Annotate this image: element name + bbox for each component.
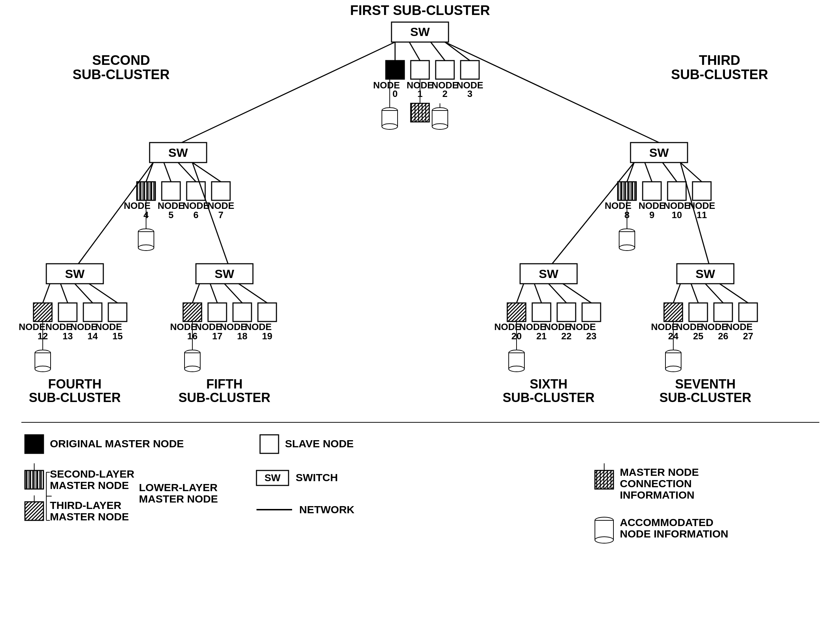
legend-master-conn-label-1: MASTER NODE [620, 466, 699, 478]
legend-second-layer-label-2: MASTER NODE [50, 479, 129, 491]
legend-third-layer-label-1: THIRD-LAYER [50, 499, 122, 511]
legend-accommodated-label-1: ACCOMMODATED [620, 516, 714, 528]
svg-line-58 [239, 284, 267, 303]
node-18-box [233, 303, 251, 321]
legend-master-conn-label-2: CONNECTION [620, 478, 692, 489]
svg-line-25 [182, 42, 395, 142]
node-3-num: 3 [467, 89, 472, 99]
legend-third-layer-icon [25, 502, 43, 520]
sw-first-label: SW [411, 25, 430, 38]
node-13-box [58, 303, 77, 321]
node-conn-first [411, 103, 429, 122]
svg-line-15 [445, 42, 470, 60]
svg-point-43 [619, 245, 635, 251]
svg-line-56 [210, 284, 217, 303]
svg-line-74 [720, 284, 748, 303]
sw-fifth-label: SW [215, 267, 235, 280]
node-23-num: 23 [586, 331, 597, 342]
svg-line-26 [445, 42, 659, 142]
svg-line-64 [534, 284, 542, 303]
node-8-box [618, 182, 636, 200]
legend-lower-layer-label-2: MASTER NODE [139, 493, 218, 505]
node-4-box [137, 182, 155, 200]
node-25-box [689, 303, 707, 321]
sw-seventh-label: SW [696, 267, 716, 280]
svg-line-66 [563, 284, 591, 303]
node-13-num: 13 [63, 331, 73, 342]
svg-line-50 [89, 284, 118, 303]
legend-switch-inner-label: SW [264, 472, 281, 483]
node-10-box [668, 182, 686, 200]
third-cluster-label-2: SUB-CLUSTER [671, 67, 768, 82]
legend-original-master-icon [25, 435, 43, 453]
node-24-box [664, 303, 682, 321]
svg-line-73 [705, 284, 723, 303]
node-2-box [436, 60, 454, 79]
svg-line-27 [146, 163, 153, 182]
node-3-box [461, 60, 479, 79]
node-0-num: 0 [393, 89, 398, 99]
node-10-num: 10 [672, 210, 682, 220]
node-27-box [739, 303, 757, 321]
sw-sixth-label: SW [539, 267, 559, 280]
svg-line-14 [431, 42, 445, 60]
node-23-box [582, 303, 601, 321]
third-cluster-label-1: THIRD [699, 53, 740, 68]
svg-line-48 [60, 284, 68, 303]
node-5-num: 5 [169, 210, 174, 220]
node-26-box [714, 303, 733, 321]
svg-point-69 [509, 366, 524, 372]
node-16-box [183, 303, 202, 321]
node-17-box [208, 303, 227, 321]
node-18-num: 18 [237, 331, 248, 342]
svg-line-37 [627, 163, 634, 182]
node-9-num: 9 [649, 210, 654, 220]
sixth-cluster-label-1: SIXTH [530, 377, 567, 391]
svg-line-47 [43, 284, 50, 303]
node-1-box [411, 60, 429, 79]
node-14-box [84, 303, 102, 321]
node-12-box [33, 303, 52, 321]
node-20-box [507, 303, 526, 321]
legend-second-layer-label-1: SECOND-LAYER [50, 468, 135, 480]
svg-point-23 [432, 124, 448, 130]
svg-line-49 [75, 284, 93, 303]
svg-line-65 [549, 284, 567, 303]
sw-fourth-label: SW [65, 267, 85, 280]
node-0-box [386, 60, 404, 79]
sw-third-label: SW [649, 146, 669, 159]
node-25-num: 25 [693, 331, 704, 342]
node-26-num: 26 [718, 331, 728, 342]
legend-accommodated-label-2: NODE INFORMATION [620, 528, 728, 539]
seventh-cluster-label-1: SEVENTH [675, 377, 736, 391]
second-cluster-label-2: SUB-CLUSTER [73, 67, 170, 82]
legend-network-label: NETWORK [299, 504, 354, 516]
legend-slave-node-icon [260, 435, 279, 453]
legend-master-conn-label-3: INFORMATION [620, 489, 694, 501]
node-22-num: 22 [561, 331, 572, 342]
sw-second-label: SW [169, 146, 188, 159]
node-14-num: 14 [88, 331, 98, 342]
legend-slave-node-label: SLAVE NODE [285, 438, 354, 449]
node-21-num: 21 [537, 331, 547, 342]
fourth-cluster-label-2: SUB-CLUSTER [29, 390, 121, 405]
node-6-num: 6 [193, 210, 199, 220]
svg-point-18 [382, 124, 398, 130]
svg-line-30 [193, 163, 221, 182]
svg-point-53 [35, 366, 51, 372]
node-15-box [108, 303, 127, 321]
first-cluster-label: FIRST SUB-CLUSTER [350, 3, 490, 18]
svg-line-38 [645, 163, 652, 182]
node-11-num: 11 [697, 210, 707, 220]
svg-line-39 [663, 163, 677, 182]
legend-master-conn-icon [595, 470, 613, 489]
sixth-cluster-label-2: SUB-CLUSTER [503, 390, 595, 405]
svg-point-61 [185, 366, 200, 372]
svg-line-57 [224, 284, 242, 303]
diagram-container: FIRST SUB-CLUSTER SW NODE 0 NODE 1 NODE … [0, 0, 840, 628]
node-7-num: 7 [218, 210, 223, 220]
legend-original-master-label: ORIGINAL MASTER NODE [50, 438, 184, 449]
second-cluster-label-1: SECOND [92, 53, 150, 68]
svg-line-72 [691, 284, 698, 303]
legend-third-layer-label-2: MASTER NODE [50, 511, 129, 522]
